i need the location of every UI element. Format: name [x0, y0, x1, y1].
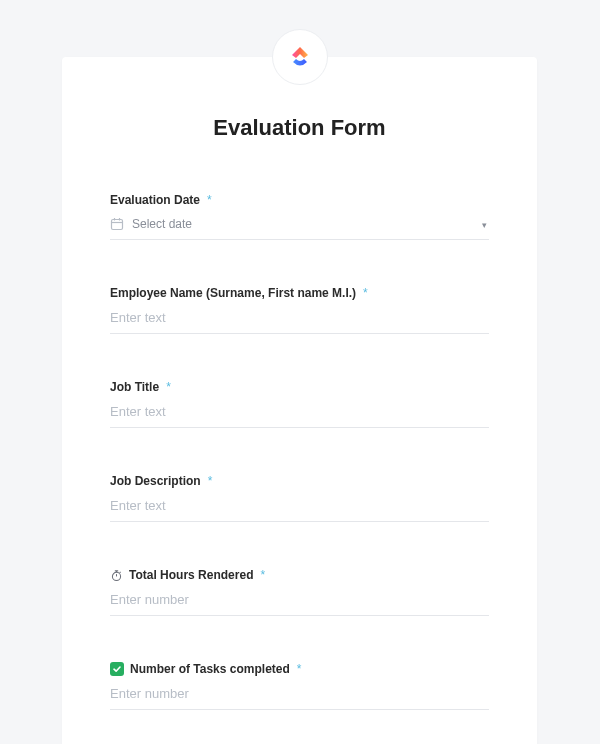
brand-logo: [272, 29, 328, 85]
check-icon: [110, 662, 124, 676]
svg-rect-0: [112, 220, 123, 230]
field-job-title: Job Title*: [110, 380, 489, 428]
form-card: Evaluation Form Evaluation Date* Select …: [62, 57, 537, 744]
field-employee-name: Employee Name (Surname, First name M.I.)…: [110, 286, 489, 334]
stopwatch-icon: [110, 569, 123, 582]
field-job-description: Job Description*: [110, 474, 489, 522]
field-evaluation-date: Evaluation Date* Select date ▾: [110, 193, 489, 240]
job-title-input[interactable]: [110, 404, 489, 419]
label-job-title: Job Title*: [110, 380, 489, 394]
label-evaluation-date: Evaluation Date*: [110, 193, 489, 207]
label-job-description: Job Description*: [110, 474, 489, 488]
label-tasks-completed: Number of Tasks completed*: [110, 662, 489, 676]
label-employee-name: Employee Name (Surname, First name M.I.)…: [110, 286, 489, 300]
svg-point-4: [112, 572, 120, 580]
calendar-icon: [110, 217, 124, 231]
chevron-down-icon: ▾: [482, 221, 487, 230]
employee-name-input[interactable]: [110, 310, 489, 325]
label-total-hours: Total Hours Rendered*: [110, 568, 489, 582]
field-total-hours: Total Hours Rendered*: [110, 568, 489, 616]
field-tasks-completed: Number of Tasks completed*: [110, 662, 489, 710]
clickup-logo-icon: [286, 43, 314, 71]
svg-line-8: [120, 571, 121, 572]
tasks-completed-input[interactable]: [110, 686, 489, 701]
job-description-input[interactable]: [110, 498, 489, 513]
date-picker[interactable]: Select date ▾: [110, 217, 489, 240]
form-title: Evaluation Form: [110, 115, 489, 141]
total-hours-input[interactable]: [110, 592, 489, 607]
date-placeholder: Select date: [132, 217, 192, 231]
